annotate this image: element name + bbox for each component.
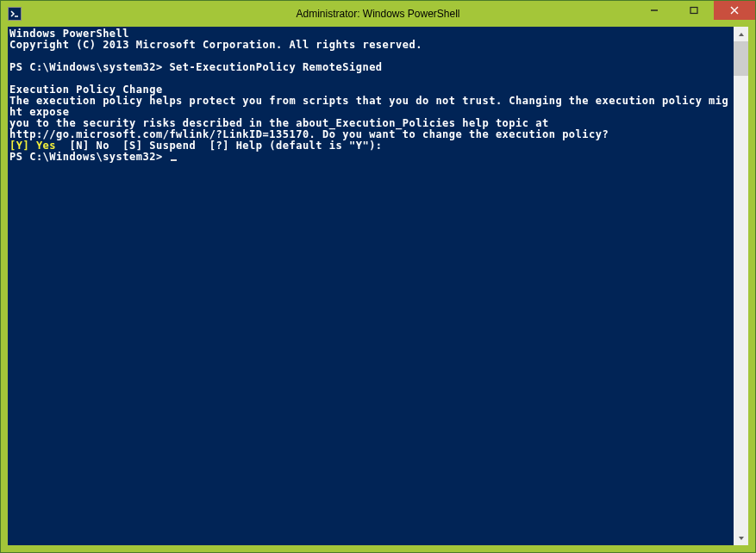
client-area: Windows PowerShell Copyright (C) 2013 Mi… (8, 27, 748, 545)
scrollbar-track[interactable] (734, 41, 748, 531)
terminal-heading: Execution Policy Change (9, 84, 163, 96)
options-rest: [N] No [S] Suspend [?] Help (default is … (56, 140, 383, 152)
terminal-body: you to the security risks described in t… (9, 117, 549, 129)
terminal-line: Copyright (C) 2013 Microsoft Corporation… (9, 39, 422, 51)
option-yes: [Y] Yes (9, 140, 56, 152)
titlebar[interactable]: Administrator: Windows PowerShell (1, 1, 755, 27)
terminal-body: http://go.microsoft.com/fwlink/?LinkID=1… (9, 128, 609, 140)
command-text: Set-ExecutionPolicy RemoteSigned (163, 61, 383, 73)
window-controls (634, 1, 755, 20)
svg-rect-2 (690, 8, 697, 14)
terminal-body: The execution policy helps protect you f… (9, 95, 728, 118)
maximize-button[interactable] (674, 1, 714, 20)
scroll-down-button[interactable] (734, 531, 748, 545)
scrollbar-thumb[interactable] (734, 41, 748, 76)
terminal-line: Windows PowerShell (9, 28, 129, 40)
terminal-output[interactable]: Windows PowerShell Copyright (C) 2013 Mi… (8, 27, 734, 545)
prompt: PS C:\Windows\system32> (9, 151, 163, 163)
cursor (171, 159, 177, 161)
close-button[interactable] (714, 1, 755, 20)
powershell-window: Administrator: Windows PowerShell Window… (0, 0, 756, 553)
window-title: Administrator: Windows PowerShell (296, 8, 459, 20)
window-chrome: Windows PowerShell Copyright (C) 2013 Mi… (1, 27, 755, 552)
scroll-up-button[interactable] (734, 27, 748, 41)
vertical-scrollbar[interactable] (734, 27, 748, 545)
prompt: PS C:\Windows\system32> (9, 61, 163, 73)
powershell-icon (8, 7, 22, 21)
minimize-button[interactable] (634, 1, 674, 20)
